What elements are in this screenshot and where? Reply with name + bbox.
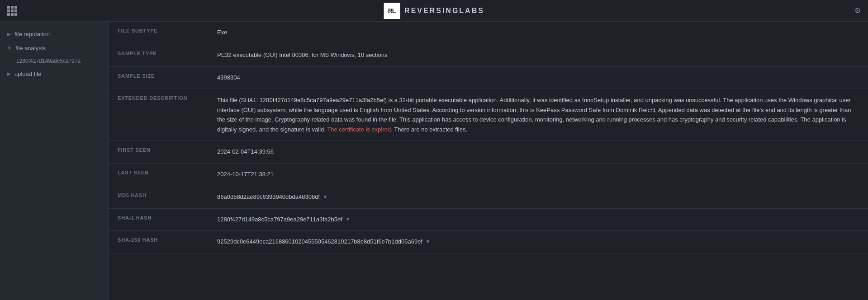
table-row-last-seen: LAST SEEN 2024-10-17T21:38:21: [109, 163, 868, 186]
header-left: [7, 6, 17, 16]
table-row-sha1-hash: SHA-1 HASH 1280f427d149a8c5ca797a9ea29e7…: [109, 208, 868, 231]
sha1-hash-text: 1280f427d149a8c5ca797a9ea29e711a3fa2b5ef: [217, 215, 342, 225]
label-file-subtype: FILE SUBTYPE: [109, 22, 208, 44]
sidebar-label-file-reputation: file reputation: [14, 31, 50, 38]
value-extended-description: This file (SHA1: 1280f427d149a8c5ca797a9…: [208, 89, 868, 141]
sidebar-item-upload-file[interactable]: ▶ upload file: [0, 67, 108, 81]
sha256-hash-dropdown-icon[interactable]: ▼: [425, 238, 431, 246]
sidebar-item-file-analysis[interactable]: ▼ file analysis: [0, 41, 108, 55]
data-table: FILE SUBTYPE Exe SAMPLE TYPE PE32 execut…: [109, 22, 868, 253]
label-sample-size: SAMPLE SIZE: [109, 66, 208, 89]
expired-cert-text: The certificate is expired.: [327, 126, 393, 133]
label-extended-description: EXTENDED DESCRIPTION: [109, 89, 208, 141]
sha256-hash-text: 92529dc0e6449eca216886010204555054628192…: [217, 237, 422, 247]
value-first-seen: 2024-02-04T14:39:56: [208, 141, 868, 164]
table-row-sample-type: SAMPLE TYPE PE32 executable (GUI) Intel …: [109, 44, 868, 66]
chevron-right-icon-upload: ▶: [7, 71, 11, 76]
md5-hash-text: 86a0d58d2ae89c639d940dbda48308df: [217, 192, 320, 202]
table-row-file-subtype: FILE SUBTYPE Exe: [109, 22, 868, 44]
main-layout: ▶ file reputation ▼ file analysis 1280f4…: [0, 22, 868, 300]
header-center: RL REVERSINGLABS: [384, 3, 484, 19]
value-sha1-hash: 1280f427d149a8c5ca797a9ea29e711a3fa2b5ef…: [208, 208, 868, 231]
brand-name: REVERSINGLABS: [404, 7, 484, 15]
sidebar-item-file-reputation[interactable]: ▶ file reputation: [0, 27, 108, 41]
table-row-first-seen: FIRST SEEN 2024-02-04T14:39:56: [109, 141, 868, 164]
table-row-sha256-hash: SHA-256 HASH 92529dc0e6449eca21688601020…: [109, 231, 868, 253]
value-sample-type: PE32 executable (GUI) Intel 80386, for M…: [208, 44, 868, 66]
label-md5-hash: MD5 HASH: [109, 186, 208, 208]
label-sha1-hash: SHA-1 HASH: [109, 208, 208, 231]
chevron-right-icon: ▶: [7, 32, 11, 37]
content-area: FILE SUBTYPE Exe SAMPLE TYPE PE32 execut…: [109, 22, 868, 300]
table-row-extended-description: EXTENDED DESCRIPTION This file (SHA1: 12…: [109, 89, 868, 141]
header: RL REVERSINGLABS ⚙: [0, 0, 868, 22]
md5-hash-dropdown-icon[interactable]: ▼: [323, 193, 328, 202]
label-first-seen: FIRST SEEN: [109, 141, 208, 164]
rl-logo: RL: [384, 3, 400, 19]
settings-icon[interactable]: ⚙: [854, 6, 861, 15]
value-sample-size: 4398304: [208, 66, 868, 89]
sidebar-label-upload-file: upload file: [14, 70, 41, 77]
header-right: ⚙: [854, 6, 861, 15]
value-md5-hash: 86a0d58d2ae89c639d940dbda48308df ▼: [208, 186, 868, 208]
sha1-hash-dropdown-icon[interactable]: ▼: [345, 215, 351, 224]
sidebar: ▶ file reputation ▼ file analysis 1280f4…: [0, 22, 109, 300]
value-file-subtype: Exe: [208, 22, 868, 44]
label-sha256-hash: SHA-256 HASH: [109, 231, 208, 253]
chevron-down-icon: ▼: [7, 46, 12, 51]
label-sample-type: SAMPLE TYPE: [109, 44, 208, 66]
table-row-md5-hash: MD5 HASH 86a0d58d2ae89c639d940dbda48308d…: [109, 186, 868, 208]
apps-grid-icon[interactable]: [7, 6, 17, 16]
value-sha256-hash: 92529dc0e6449eca216886010204555054628192…: [208, 231, 868, 253]
value-last-seen: 2024-10-17T21:38:21: [208, 163, 868, 186]
label-last-seen: LAST SEEN: [109, 163, 208, 186]
sidebar-label-file-analysis: file analysis: [15, 45, 46, 52]
sidebar-item-file-hash[interactable]: 1280f427d149a8c5ca797a: [0, 55, 108, 67]
table-row-sample-size: SAMPLE SIZE 4398304: [109, 66, 868, 89]
